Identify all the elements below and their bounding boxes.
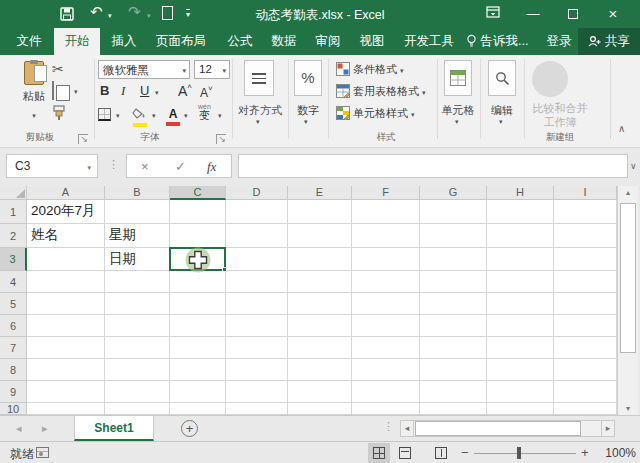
cell-F1[interactable] [352,200,420,224]
scroll-right-icon[interactable]: ▸ [601,421,614,436]
column-header-H[interactable]: H [487,186,554,200]
number-dropdown-icon[interactable]: ▾ [304,118,308,126]
cell-G3[interactable] [420,248,487,271]
cell-A10[interactable] [27,403,105,415]
cell-H8[interactable] [487,359,554,381]
formula-bar-splitter-icon[interactable]: ⋮ [108,158,119,171]
tab-developer[interactable]: 开发工具 [396,28,462,55]
row-header-7[interactable]: 7 [0,337,27,359]
cell-A2[interactable]: 姓名 [27,224,105,248]
view-page-layout-button[interactable] [394,443,416,463]
cell-B3[interactable]: 日期 [105,248,170,271]
cell-A5[interactable] [27,293,105,315]
copy-dropdown-icon[interactable]: ▾ [74,88,78,96]
row-header-2[interactable]: 2 [0,224,27,248]
cell-C9[interactable] [170,381,226,403]
sheet-tab-sheet1[interactable]: Sheet1 [74,416,154,441]
cell-E3[interactable] [288,248,352,271]
tab-home[interactable]: 开始 [54,28,100,55]
decrease-font-icon[interactable]: A˅ [200,84,213,100]
sign-in-button[interactable]: 登录 [542,28,576,55]
cell-G4[interactable] [420,271,487,293]
column-header-F[interactable]: F [352,186,420,200]
cell-styles-button[interactable]: 单元格样式 ▾ [336,106,415,124]
cell-D2[interactable] [226,224,288,248]
cell-I10[interactable] [554,403,617,415]
row-header-4[interactable]: 4 [0,271,27,293]
tab-file[interactable]: 文件 [8,28,50,55]
cell-A3[interactable] [27,248,105,271]
column-header-A[interactable]: A [27,186,105,200]
cell-D10[interactable] [226,403,288,415]
tab-data[interactable]: 数据 [264,28,304,55]
cell-F2[interactable] [352,224,420,248]
cell-A8[interactable] [27,359,105,381]
cell-I7[interactable] [554,337,617,359]
select-all-button[interactable] [0,186,27,200]
name-box[interactable]: C3▾ [6,154,98,178]
cell-A4[interactable] [27,271,105,293]
font-size-input[interactable]: 12▾ [194,60,230,79]
paste-button[interactable]: 粘贴 ▾ [14,61,54,122]
font-size-dropdown-icon[interactable]: ▾ [222,67,226,75]
cell-I6[interactable] [554,315,617,337]
cell-B8[interactable] [105,359,170,381]
cell-A1[interactable]: 2020年7月 [27,200,105,224]
cell-B6[interactable] [105,315,170,337]
column-header-E[interactable]: E [288,186,352,200]
tab-view[interactable]: 视图 [352,28,392,55]
zoom-in-icon[interactable]: + [581,445,589,460]
fill-color-icon[interactable] [132,105,147,127]
cells-dropdown-icon[interactable]: ▾ [455,118,459,126]
borders-icon[interactable] [98,107,111,125]
cell-D3[interactable] [226,248,288,271]
scroll-up-icon[interactable]: ▴ [618,188,638,197]
cell-H7[interactable] [487,337,554,359]
cell-E8[interactable] [288,359,352,381]
borders-dropdown-icon[interactable]: ▾ [116,112,120,120]
tell-me-box[interactable]: 告诉我... [466,28,540,55]
fill-color-dropdown-icon[interactable]: ▾ [152,112,156,120]
tab-review[interactable]: 审阅 [308,28,348,55]
column-header-C[interactable]: C [170,186,226,200]
cell-I5[interactable] [554,293,617,315]
close-button[interactable]: × [598,6,628,23]
cell-F10[interactable] [352,403,420,415]
name-box-dropdown-icon[interactable]: ▾ [87,164,91,172]
fill-handle[interactable] [222,267,227,272]
tab-insert[interactable]: 插入 [104,28,144,55]
cell-F9[interactable] [352,381,420,403]
cell-F8[interactable] [352,359,420,381]
column-header-I[interactable]: I [554,186,617,200]
cell-A6[interactable] [27,315,105,337]
cell-C10[interactable] [170,403,226,415]
collapse-ribbon-icon[interactable]: ∧ [618,123,625,134]
cancel-entry-icon[interactable]: × [141,159,149,174]
cell-D1[interactable] [226,200,288,224]
macro-record-icon[interactable] [36,447,49,458]
view-normal-button[interactable] [368,443,390,463]
row-header-3[interactable]: 3 [0,248,27,271]
cell-G2[interactable] [420,224,487,248]
cell-F3[interactable] [352,248,420,271]
cell-A7[interactable] [27,337,105,359]
row-header-5[interactable]: 5 [0,293,27,315]
share-button[interactable]: 共享 [578,28,640,55]
cell-B9[interactable] [105,381,170,403]
paste-dropdown-icon[interactable]: ▾ [32,112,36,119]
cell-E10[interactable] [288,403,352,415]
alignment-button[interactable] [244,60,274,96]
cell-E5[interactable] [288,293,352,315]
alignment-dropdown-icon[interactable]: ▾ [256,118,260,126]
cell-G10[interactable] [420,403,487,415]
cell-F7[interactable] [352,337,420,359]
cell-G6[interactable] [420,315,487,337]
cell-D9[interactable] [226,381,288,403]
cell-E4[interactable] [288,271,352,293]
cell-C6[interactable] [170,315,226,337]
column-header-B[interactable]: B [105,186,170,200]
bold-button[interactable]: B [100,83,109,98]
cell-D7[interactable] [226,337,288,359]
cell-H4[interactable] [487,271,554,293]
editing-dropdown-icon[interactable]: ▾ [499,118,503,126]
